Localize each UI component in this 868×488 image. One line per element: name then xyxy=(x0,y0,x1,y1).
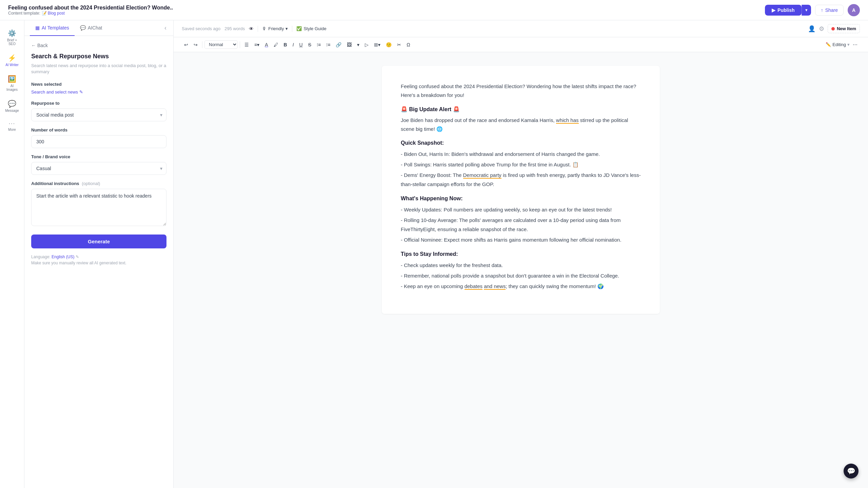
bullet-list-button[interactable]: ⁝≡ xyxy=(314,40,323,49)
sidebar-item-more[interactable]: ··· More xyxy=(2,117,22,135)
align-left-button[interactable]: ☰ xyxy=(242,40,251,49)
generate-button[interactable]: Generate xyxy=(31,235,166,248)
section2-list: - Weekly Updates: Poll numbers are updat… xyxy=(401,205,641,244)
ordered-list-button[interactable]: ⁝≡ xyxy=(324,40,333,49)
edit-lang-icon: ✎ xyxy=(76,255,79,259)
undo-button[interactable]: ↩ xyxy=(182,40,191,49)
highlight-button[interactable]: 🖊 xyxy=(271,40,281,49)
list-item: - Weekly Updates: Poll numbers are updat… xyxy=(401,205,641,214)
list-item: - Poll Swings: Harris started polling ab… xyxy=(401,160,641,169)
publish-button[interactable]: ▶ Publish xyxy=(765,5,802,16)
redo-button[interactable]: ↪ xyxy=(191,40,200,49)
generate-label: Generate xyxy=(88,239,110,244)
ai-images-label: AI Images xyxy=(5,84,20,92)
avatar-initials: A xyxy=(852,7,855,13)
intro-paragraph[interactable]: Feeling confused about the 2024 Presiden… xyxy=(401,82,641,99)
tab-ai-templates[interactable]: ▦ AI Templates xyxy=(30,20,75,36)
words-input[interactable] xyxy=(31,135,166,148)
tone-select[interactable]: Casual Formal Friendly Professional xyxy=(31,162,166,175)
document-title: Feeling confused about the 2024 Presiden… xyxy=(8,5,173,11)
red-dot-icon xyxy=(831,27,835,30)
more-dots-icon: ··· xyxy=(9,121,15,127)
sidebar-item-ai-writer[interactable]: ⚡ AI Writer xyxy=(2,50,22,70)
more-label: More xyxy=(8,128,16,131)
editing-chevron-icon: ▾ xyxy=(847,42,850,47)
panel-footer: Language: English (US) ✎ Make sure you m… xyxy=(31,254,166,266)
list-item: - Official Nominee: Expect more shifts a… xyxy=(401,235,641,244)
editing-label: Editing xyxy=(832,42,846,47)
sidebar-item-message[interactable]: 💬 Message xyxy=(2,96,22,116)
link-button[interactable]: 🔗 xyxy=(333,40,344,49)
style-guide-button[interactable]: ✅ Style Guide xyxy=(296,26,326,31)
tab-aichat[interactable]: 💬 AIChat xyxy=(75,20,108,36)
tab-aichat-label: AIChat xyxy=(88,25,102,30)
alert-heading: 🚨 Big Update Alert 🚨 xyxy=(401,106,641,113)
template-prefix: Content template: xyxy=(8,11,40,16)
publish-label: Publish xyxy=(777,7,795,13)
share-button[interactable]: ↑ Share xyxy=(815,5,844,16)
repurpose-select[interactable]: Social media post Blog post Summary xyxy=(31,108,166,121)
select-news-link[interactable]: Search and select news ✎ xyxy=(31,89,166,95)
ai-templates-icon: ▦ xyxy=(35,25,40,30)
more-options-button[interactable]: ⋯ xyxy=(850,40,860,49)
sidebar-item-brief-seo[interactable]: ⚙️ Brief + SEO xyxy=(2,26,22,49)
tone-select-wrapper: Casual Formal Friendly Professional ▾ xyxy=(31,162,166,175)
top-bar: Feeling confused about the 2024 Presiden… xyxy=(0,0,868,20)
side-panel: ▦ AI Templates 💬 AIChat ‹ ← Back Search … xyxy=(24,20,174,488)
settings-icon: ⚙ xyxy=(819,25,824,33)
image-more-button[interactable]: ▾ xyxy=(355,40,362,49)
text-color-button[interactable]: A xyxy=(262,40,270,49)
edit-icon: ✎ xyxy=(79,89,83,95)
blog-post-link[interactable]: 📝 Blog post xyxy=(42,11,65,16)
image-button[interactable]: 🖼 xyxy=(344,40,354,49)
panel-tabs: ▦ AI Templates 💬 AIChat ‹ xyxy=(24,20,173,36)
share-icon: ↑ xyxy=(821,7,823,13)
list-item: - Rolling 10-day Average: The polls' ave… xyxy=(401,216,641,234)
panel-back-button[interactable]: ← Back xyxy=(31,43,166,48)
edit-icon-pencil: ✏️ xyxy=(826,42,831,47)
publish-wrapper: ▶ Publish ▾ xyxy=(765,5,811,16)
eye-icon[interactable]: 👁 xyxy=(249,26,254,32)
repurpose-select-wrapper: Social media post Blog post Summary ▾ xyxy=(31,108,166,121)
special-char-button[interactable]: Ω xyxy=(404,40,412,49)
tone-button[interactable]: 🎙 Friendly ▾ xyxy=(262,26,288,31)
content-template-label: Content template: 📝 Blog post xyxy=(8,11,173,16)
editing-mode-button[interactable]: ✏️ Editing ▾ xyxy=(826,42,850,47)
section1-list: - Biden Out, Harris In: Biden's withdraw… xyxy=(401,149,641,189)
chat-bubble-button[interactable]: 💬 xyxy=(844,464,859,479)
instructions-textarea[interactable]: Start the article with a relevant statis… xyxy=(31,189,166,226)
underline-button[interactable]: U xyxy=(297,40,305,49)
bold-button[interactable]: B xyxy=(281,40,290,49)
list-item: - Check updates weekly for the freshest … xyxy=(401,261,641,270)
language-link[interactable]: English (US) xyxy=(52,255,76,259)
tone-chevron-icon: ▾ xyxy=(285,26,288,31)
instructions-label-text: Additional instructions xyxy=(31,181,79,186)
table-button[interactable]: ⊞▾ xyxy=(372,40,383,49)
blog-post-label[interactable]: Blog post xyxy=(48,11,65,16)
repurpose-field: Repurpose to Social media post Blog post… xyxy=(31,101,166,121)
editor-document: Feeling confused about the 2024 Presiden… xyxy=(382,66,660,314)
new-item-button[interactable]: New Item xyxy=(828,24,860,33)
embed-button[interactable]: ▷ xyxy=(362,40,371,49)
message-icon: 💬 xyxy=(8,100,16,108)
style-guide-label: Style Guide xyxy=(303,26,326,31)
publish-caret-button[interactable]: ▾ xyxy=(802,5,811,16)
words-label: Number of words xyxy=(31,127,166,133)
repurpose-label: Repurpose to xyxy=(31,101,166,106)
back-label: Back xyxy=(37,43,48,48)
toolbar-right: 👤 ⚙ New Item xyxy=(808,24,860,33)
panel-collapse-button[interactable]: ‹ xyxy=(163,23,168,33)
format-style-select[interactable]: Normal Heading 1 Heading 2 xyxy=(204,40,238,49)
cut-button[interactable]: ✂ xyxy=(395,40,403,49)
avatar[interactable]: A xyxy=(848,4,860,16)
sidebar-item-ai-images[interactable]: 🖼️ AI Images xyxy=(2,72,22,95)
strikethrough-button[interactable]: S xyxy=(306,40,314,49)
message-label: Message xyxy=(5,109,19,113)
align-options-button[interactable]: ≡▾ xyxy=(252,40,262,49)
main-layout: ⚙️ Brief + SEO ⚡ AI Writer 🖼️ AI Images … xyxy=(0,20,868,488)
emoji-button[interactable]: 🙂 xyxy=(383,40,394,49)
instructions-label: Additional instructions (optional) xyxy=(31,181,166,186)
italic-button[interactable]: I xyxy=(290,40,296,49)
brief-seo-icon: ⚙️ xyxy=(8,29,16,37)
debates-link: debates xyxy=(465,283,482,290)
